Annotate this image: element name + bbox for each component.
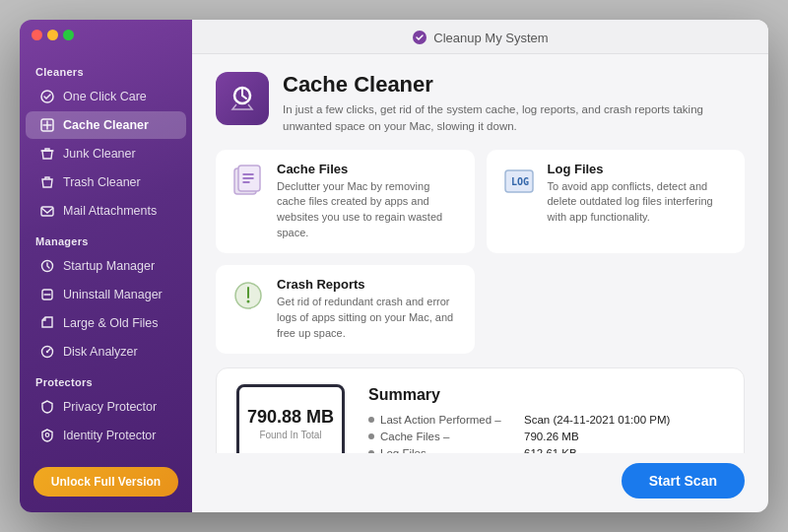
log-files-title: Log Files	[548, 162, 732, 176]
sidebar-item-trash-cleaner[interactable]: Trash Cleaner	[26, 168, 186, 196]
sidebar-section-managers: Managers	[20, 226, 192, 251]
hero-icon	[216, 72, 269, 125]
sidebar-item-one-click-care[interactable]: One Click Care	[26, 83, 186, 110]
sidebar-section-protectors: Protectors	[20, 366, 192, 392]
summary-dot-1	[368, 433, 374, 439]
svg-point-15	[247, 300, 250, 303]
summary-dot-0	[368, 417, 374, 423]
unlock-full-version-button[interactable]: Unlock Full Version	[33, 467, 178, 497]
cache-files-icon	[230, 162, 267, 199]
total-value: 790.88 MB	[247, 407, 334, 428]
sidebar-label-trash-cleaner: Trash Cleaner	[63, 175, 141, 189]
summary-key-0: Last Action Performed –	[380, 414, 518, 426]
sidebar-label-disk-analyzer: Disk Analyzer	[63, 345, 138, 359]
monitor-display: 790.88 MB Found In Total	[236, 384, 345, 453]
main-footer: Start Scan	[192, 453, 768, 512]
page-title: Cache Cleaner	[283, 72, 736, 98]
summary-row-1: Cache Files – 790.26 MB	[368, 431, 724, 442]
sidebar-label-one-click-care: One Click Care	[63, 90, 147, 103]
start-scan-button[interactable]: Start Scan	[622, 463, 745, 499]
log-files-text: Log Files To avoid app conflicts, detect…	[548, 162, 732, 227]
sidebar-item-startup-manager[interactable]: Startup Manager	[26, 252, 186, 280]
cache-files-desc: Declutter your Mac by removing cache fil…	[277, 179, 461, 242]
hero-section: Cache Cleaner In just a few clicks, get …	[216, 72, 745, 136]
crash-reports-desc: Get rid of redundant crash and error log…	[277, 295, 461, 342]
sidebar-label-junk-cleaner: Junk Cleaner	[63, 147, 136, 161]
sidebar-item-large-old-files[interactable]: Large & Old Files	[26, 309, 186, 337]
sidebar-bottom: Unlock Full Version	[20, 455, 192, 512]
monitor-screen: 790.88 MB Found In Total	[236, 384, 345, 453]
main-content: Cache Cleaner In just a few clicks, get …	[192, 54, 768, 453]
feature-card-crash-reports: Crash Reports Get rid of redundant crash…	[216, 265, 475, 354]
total-label: Found In Total	[259, 430, 321, 440]
crash-reports-text: Crash Reports Get rid of redundant crash…	[277, 277, 461, 342]
sidebar-item-privacy-protector[interactable]: Privacy Protector	[26, 393, 186, 421]
sidebar-item-junk-cleaner[interactable]: Junk Cleaner	[26, 140, 186, 167]
sidebar-label-cache-cleaner: Cache Cleaner	[63, 118, 149, 132]
sidebar-section-cleaners: Cleaners	[20, 56, 192, 82]
sidebar-item-disk-analyzer[interactable]: Disk Analyzer	[26, 338, 186, 366]
sidebar-item-mail-attachments[interactable]: Mail Attachments	[26, 197, 186, 225]
app-title: Cleanup My System	[433, 31, 548, 45]
sidebar-item-cache-cleaner[interactable]: Cache Cleaner	[26, 111, 186, 139]
feature-card-cache-files: Cache Files Declutter your Mac by removi…	[216, 150, 475, 254]
svg-point-7	[45, 433, 49, 437]
cache-files-title: Cache Files	[277, 162, 461, 176]
summary-val-1: 790.26 MB	[524, 431, 579, 442]
summary-info: Summary Last Action Performed – Scan (24…	[368, 386, 724, 453]
svg-point-6	[46, 351, 48, 353]
main-header: Cleanup My System	[192, 20, 768, 54]
sidebar-label-mail-attachments: Mail Attachments	[63, 204, 157, 218]
crash-reports-icon	[230, 277, 267, 314]
svg-rect-2	[41, 207, 53, 216]
crash-reports-title: Crash Reports	[277, 277, 461, 292]
log-files-icon: LOG	[500, 162, 538, 199]
summary-row-0: Last Action Performed – Scan (24-11-2021…	[368, 414, 724, 426]
sidebar-label-identity-protector: Identity Protector	[63, 429, 157, 442]
summary-title: Summary	[368, 386, 724, 404]
sidebar-item-identity-protector[interactable]: Identity Protector	[26, 422, 186, 449]
features-grid: Cache Files Declutter your Mac by removi…	[216, 150, 745, 355]
summary-key-1: Cache Files –	[380, 431, 518, 442]
log-files-desc: To avoid app conflicts, detect and delet…	[548, 179, 732, 227]
sidebar-item-uninstall-manager[interactable]: Uninstall Manager	[26, 281, 186, 308]
sidebar-label-large-old-files: Large & Old Files	[63, 316, 159, 330]
sidebar: Cleaners One Click Care Cache Cleaner	[20, 20, 192, 512]
sidebar-nav: Cleaners One Click Care Cache Cleaner	[20, 48, 192, 455]
close-button[interactable]	[32, 30, 42, 40]
main-panel: Cleanup My System Cache Cleaner In just …	[192, 20, 768, 512]
sidebar-label-privacy-protector: Privacy Protector	[63, 400, 157, 414]
svg-text:LOG: LOG	[511, 176, 529, 187]
hero-text: Cache Cleaner In just a few clicks, get …	[283, 72, 736, 136]
cache-files-text: Cache Files Declutter your Mac by removi…	[277, 162, 461, 242]
app-icon	[412, 30, 427, 45]
minimize-button[interactable]	[47, 30, 58, 40]
sidebar-label-startup-manager: Startup Manager	[63, 259, 155, 273]
summary-card: 790.88 MB Found In Total Summary Last Ac…	[216, 367, 745, 453]
traffic-lights	[32, 30, 180, 40]
summary-rows: Last Action Performed – Scan (24-11-2021…	[368, 414, 724, 453]
hero-description: In just a few clicks, get rid of the sys…	[283, 101, 736, 136]
feature-card-log-files: LOG Log Files To avoid app conflicts, de…	[487, 150, 746, 254]
summary-val-0: Scan (24-11-2021 01:00 PM)	[524, 414, 670, 426]
maximize-button[interactable]	[63, 30, 74, 40]
sidebar-label-uninstall-manager: Uninstall Manager	[63, 288, 163, 301]
